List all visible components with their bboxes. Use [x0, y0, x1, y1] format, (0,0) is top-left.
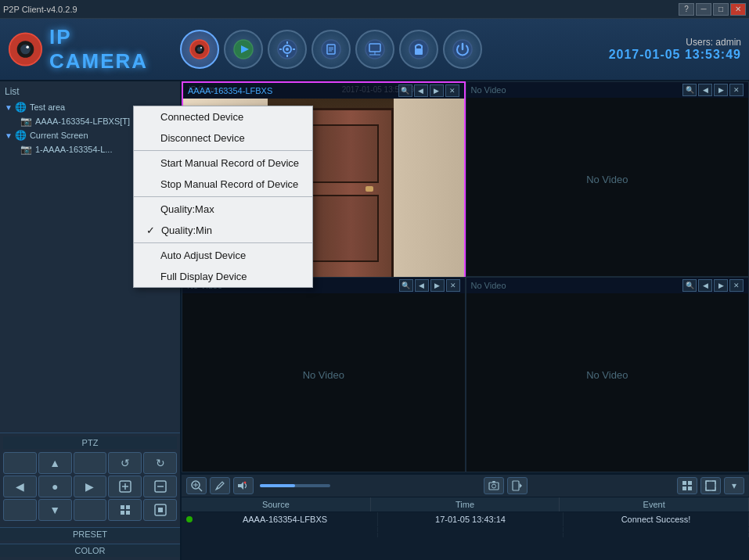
ctx-auto-adjust[interactable]: Auto Adjust Device	[134, 245, 312, 266]
ptz-iris-open-button[interactable]	[108, 499, 142, 521]
event-event-1: Connect Success!	[564, 512, 749, 526]
event-status-dot	[186, 516, 193, 522]
ptz-down-button[interactable]: ▼	[38, 499, 72, 521]
title-bar: P2P Client-v4.0.2.9 ? ─ □ ✕	[0, 0, 749, 19]
context-menu: Connected Device Disconnect Device Start…	[133, 106, 313, 288]
video-close-btn-1[interactable]: ✕	[445, 84, 459, 97]
event-row-1: AAAA-163354-LFBXS 17-01-05 13:43:14 Conn…	[182, 512, 749, 527]
draw-button[interactable]	[210, 477, 230, 494]
power-button[interactable]	[443, 30, 482, 69]
svg-rect-34	[121, 505, 124, 509]
video-title-bar-2: No Video 🔍 ◀ ▶ ✕	[466, 82, 749, 98]
ptz-iris-close-button[interactable]	[143, 499, 177, 521]
ptz-zoom-in-button[interactable]	[108, 476, 142, 497]
video-search-btn-3[interactable]: 🔍	[399, 279, 413, 292]
config-button[interactable]	[268, 30, 307, 69]
video-search-btn-1[interactable]: 🔍	[398, 84, 412, 97]
video-close-btn-2[interactable]: ✕	[729, 84, 744, 96]
video-prev-btn-4[interactable]: ◀	[698, 279, 712, 292]
ctx-quality-min[interactable]: Quality:Min	[134, 220, 312, 241]
record-button[interactable]	[507, 477, 528, 494]
fullscreen-button[interactable]	[700, 477, 721, 494]
video-prev-btn-1[interactable]: ◀	[414, 84, 428, 97]
svg-marker-45	[238, 482, 243, 490]
datetime-display: 2017-01-05 13:53:49	[609, 48, 741, 62]
no-video-label-2: No Video	[586, 174, 628, 185]
remote-button[interactable]	[355, 30, 394, 69]
svg-point-49	[492, 484, 495, 488]
video-prev-btn-3[interactable]: ◀	[415, 279, 429, 292]
lock-button[interactable]	[399, 30, 438, 69]
app-title: P2P Client-v4.0.2.9	[3, 5, 77, 14]
layout-buttons: ▾	[677, 477, 744, 494]
video-cell-title-1: AAAA-163354-LFBXS	[188, 86, 272, 95]
tree-item-label: Test area	[30, 102, 65, 112]
svg-rect-56	[688, 486, 692, 490]
screen-icon: 📷	[20, 144, 32, 155]
video-next-btn-4[interactable]: ▶	[714, 279, 728, 292]
video-next-btn-2[interactable]: ▶	[714, 84, 728, 96]
playback-button[interactable]	[224, 30, 263, 69]
svg-rect-48	[489, 483, 499, 490]
logo-icon	[8, 30, 43, 69]
event-row-3	[182, 533, 749, 538]
tree-item-label: Current Screen	[30, 131, 88, 140]
ptz-up-button[interactable]: ▲	[38, 452, 72, 474]
ptz-label: PTZ	[3, 436, 177, 449]
ctx-divider-2	[134, 196, 312, 197]
tree-label: List	[5, 86, 175, 97]
video-next-btn-3[interactable]: ▶	[430, 279, 445, 292]
video-cell-3[interactable]: No Video 🔍 ◀ ▶ ✕ No Video	[182, 277, 466, 472]
video-close-btn-3[interactable]: ✕	[446, 279, 460, 292]
header: IP CAMERA	[0, 19, 749, 81]
video-search-btn-4[interactable]: 🔍	[682, 279, 697, 292]
ptz-right-button[interactable]: ▶	[74, 476, 107, 497]
ptz-rotate-cw-button[interactable]: ↻	[143, 452, 177, 474]
svg-rect-57	[706, 481, 715, 490]
zoom-button[interactable]	[186, 477, 207, 494]
ptz-btn-empty4	[74, 499, 107, 521]
quad-layout-button[interactable]	[677, 477, 697, 494]
col-event: Event	[560, 497, 749, 512]
header-right: Users: admin 2017-01-05 13:53:49	[609, 37, 741, 62]
ptz-left-button[interactable]: ◀	[3, 476, 37, 497]
preset-label: PRESET	[0, 528, 180, 540]
volume-button[interactable]	[233, 477, 254, 494]
logo-area: IP CAMERA	[8, 25, 164, 74]
ptz-zoom-out-button[interactable]	[143, 476, 177, 497]
preset-section: PRESET	[0, 527, 180, 544]
svg-rect-51	[513, 481, 519, 490]
live-view-button[interactable]	[180, 30, 219, 69]
video-cell-4[interactable]: No Video 🔍 ◀ ▶ ✕ No Video	[466, 277, 750, 472]
minimize-button[interactable]: ─	[696, 3, 711, 16]
more-button[interactable]: ▾	[724, 477, 744, 494]
svg-rect-27	[415, 48, 423, 55]
snapshot-button[interactable]	[484, 477, 504, 494]
event-source-1: AAAA-163354-LFBXS	[193, 512, 378, 526]
tree-item-label: AAAA-163354-LFBXS[T]	[35, 117, 130, 126]
video-next-btn-1[interactable]: ▶	[430, 84, 444, 97]
main-toolbar	[180, 30, 482, 69]
video-close-btn-4[interactable]: ✕	[729, 279, 744, 292]
ctx-stop-manual-record[interactable]: Stop Manual Record of Device	[134, 174, 312, 195]
color-label: COLOR	[0, 544, 180, 557]
col-source: Source	[182, 497, 371, 512]
ptz-rotate-ccw-button[interactable]: ↺	[108, 452, 142, 474]
settings-button[interactable]	[311, 30, 351, 69]
ctx-quality-max[interactable]: Quality:Max	[134, 199, 312, 220]
video-prev-btn-2[interactable]: ◀	[698, 84, 712, 96]
close-button[interactable]: ✕	[730, 3, 746, 16]
ctx-connected-device[interactable]: Connected Device	[134, 106, 312, 127]
ptz-center-button[interactable]: ●	[38, 476, 72, 497]
maximize-button[interactable]: □	[713, 3, 729, 16]
video-search-btn-2[interactable]: 🔍	[682, 84, 697, 96]
ctx-start-manual-record[interactable]: Start Manual Record of Device	[134, 153, 312, 174]
main-layout: List ▼ 🌐 Test area 📷 AAAA-163354-LFBXS[T…	[0, 81, 749, 560]
svg-rect-50	[492, 481, 495, 483]
ctx-disconnect-device[interactable]: Disconnect Device	[134, 127, 312, 149]
help-button[interactable]: ?	[679, 3, 694, 16]
video-cell-2[interactable]: No Video 🔍 ◀ ▶ ✕ No Video	[466, 81, 750, 277]
ctx-full-display[interactable]: Full Display Device	[134, 266, 312, 287]
volume-slider[interactable]	[260, 484, 330, 487]
event-log-header: Source Time Event	[182, 497, 749, 512]
